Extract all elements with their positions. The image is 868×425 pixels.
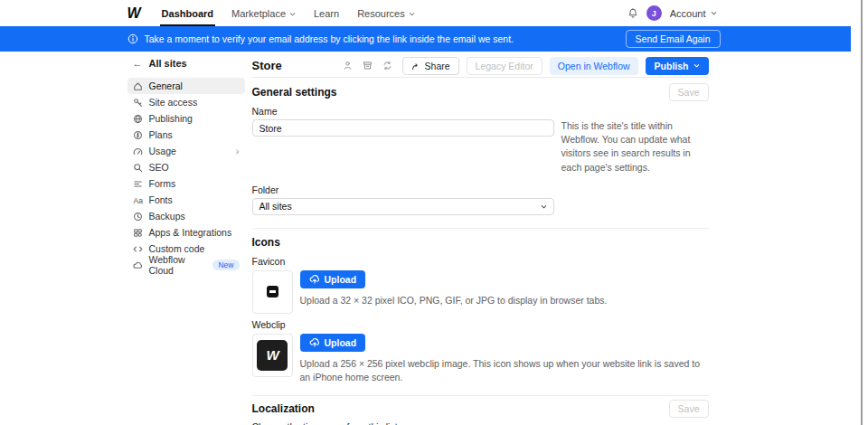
favicon-preview (252, 270, 293, 314)
name-help-text: This is the site's title within Webflow.… (561, 119, 709, 175)
apps-grid-icon (133, 228, 143, 238)
sidebar-item-forms[interactable]: Forms (127, 175, 245, 192)
svg-text:Aa: Aa (133, 195, 143, 204)
webclip-upload-label: Upload (325, 337, 357, 348)
share-arrow-icon (411, 61, 420, 71)
section-divider (252, 228, 709, 229)
sidebar-item-label: Backups (149, 211, 185, 222)
general-settings-title: General settings (252, 86, 337, 99)
localization-header: Localization Save (252, 401, 709, 416)
sidebar-item-seo[interactable]: SEO (127, 159, 245, 175)
cloud-upload-icon (309, 274, 320, 284)
share-label: Share (425, 61, 450, 71)
icons-title: Icons (252, 236, 280, 249)
nav-link-learn[interactable]: Learn (305, 0, 348, 26)
general-save-button[interactable]: Save (669, 83, 709, 101)
folder-label: Folder (252, 184, 709, 195)
back-arrow-icon: ← (133, 58, 143, 69)
fonts-icon: Aa (133, 195, 143, 205)
webclip-row: W Upload Upload a 256 × 256 pixel webcli… (252, 334, 709, 384)
sidebar-item-label: General (149, 80, 183, 91)
settings-sidebar: ← All sites GeneralSite accessPublishing… (127, 54, 245, 425)
sidebar-item-label: Apps & Integrations (149, 227, 232, 238)
webflow-site-settings-page: W DashboardMarketplaceLearnResources J A… (0, 0, 868, 425)
gauge-icon (133, 146, 143, 156)
sidebar-item-webflow-cloud[interactable]: Webflow CloudNew (127, 257, 245, 273)
user-avatar[interactable]: J (646, 5, 662, 21)
archive-icon[interactable] (361, 60, 375, 72)
new-badge: New (212, 260, 239, 270)
sidebar-item-label: SEO (149, 162, 169, 173)
sidebar-item-label: Fonts (149, 194, 173, 205)
account-menu[interactable]: Account (670, 8, 717, 19)
sidebar-item-plans[interactable]: Plans (127, 127, 245, 143)
nav-link-label: Learn (314, 8, 339, 19)
chevron-down-icon (289, 8, 296, 19)
nav-link-label: Resources (357, 8, 405, 19)
sidebar-item-label: Publishing (149, 113, 193, 124)
back-label: All sites (149, 58, 187, 69)
webclip-label: Webclip (252, 319, 709, 330)
back-to-all-sites[interactable]: ← All sites (127, 54, 245, 72)
topnav-right: J Account (627, 5, 717, 21)
favicon-label: Favicon (252, 256, 709, 267)
duplicate-icon[interactable] (381, 60, 395, 72)
window-edge-line (861, 0, 863, 425)
sidebar-item-fonts[interactable]: AaFonts (127, 192, 245, 208)
account-label: Account (670, 8, 706, 19)
nav-link-label: Dashboard (162, 8, 213, 19)
publish-button[interactable]: Publish (646, 57, 709, 75)
key-icon (133, 98, 143, 108)
localization-save-button[interactable]: Save (669, 400, 709, 418)
favicon-row: Upload Upload a 32 × 32 pixel ICO, PNG, … (252, 270, 709, 314)
globe-icon (133, 114, 143, 124)
home-icon (133, 81, 143, 91)
send-email-again-button[interactable]: Send Email Again (626, 30, 721, 48)
chevron-right-icon: › (236, 146, 240, 156)
sidebar-item-backups[interactable]: Backups (127, 208, 245, 224)
top-navigation: W DashboardMarketplaceLearnResources J A… (0, 0, 851, 26)
webclip-preview: W (252, 334, 293, 377)
legacy-editor-button[interactable]: Legacy Editor (467, 57, 542, 75)
sidebar-item-site-access[interactable]: Site access (127, 94, 245, 110)
folder-select[interactable]: All sites (252, 198, 554, 215)
email-verification-banner: Take a moment to verify your email addre… (0, 26, 851, 52)
magnifier-icon (133, 163, 143, 173)
chevron-down-icon (541, 203, 547, 210)
default-favicon-icon (267, 286, 278, 298)
share-button[interactable]: Share (402, 57, 459, 75)
info-icon (127, 33, 138, 44)
notifications-bell-icon[interactable] (627, 7, 638, 19)
site-header-actions: Share Legacy Editor Open in Webflow Publ… (341, 57, 709, 75)
dollar-circle-icon (133, 130, 143, 140)
publish-label: Publish (655, 61, 689, 71)
cloud-icon (133, 260, 143, 270)
form-rows-icon (133, 179, 143, 189)
site-name-input[interactable] (252, 119, 554, 137)
sidebar-item-usage[interactable]: Usage› (127, 143, 245, 159)
sidebar-item-label: Webflow Cloud (149, 254, 203, 276)
code-icon (133, 244, 143, 254)
sidebar-item-label: Forms (149, 178, 176, 189)
nav-link-label: Marketplace (231, 8, 286, 19)
name-label: Name (252, 106, 709, 117)
sidebar-item-publishing[interactable]: Publishing (127, 110, 245, 127)
chevron-down-icon (711, 10, 717, 16)
nav-link-resources[interactable]: Resources (348, 0, 424, 26)
site-title: Store (252, 59, 282, 72)
webflow-logo[interactable]: W (127, 5, 140, 22)
open-in-webflow-button[interactable]: Open in Webflow (550, 57, 638, 75)
site-header: Store Share Legacy Editor Open in Webflo… (252, 54, 709, 78)
transfer-site-icon[interactable] (341, 60, 355, 72)
nav-link-marketplace[interactable]: Marketplace (222, 0, 305, 26)
general-settings-header: General settings Save (252, 85, 709, 99)
sidebar-item-apps-integrations[interactable]: Apps & Integrations (127, 224, 245, 241)
webclip-upload-button[interactable]: Upload (300, 334, 366, 352)
nav-link-dashboard[interactable]: Dashboard (153, 0, 222, 26)
icons-header: Icons (252, 235, 709, 250)
favicon-upload-button[interactable]: Upload (300, 270, 366, 288)
sidebar-item-general[interactable]: General (127, 78, 245, 94)
sidebar-item-label: Usage (149, 146, 176, 156)
section-divider (252, 395, 709, 396)
cloud-upload-icon (309, 337, 320, 347)
